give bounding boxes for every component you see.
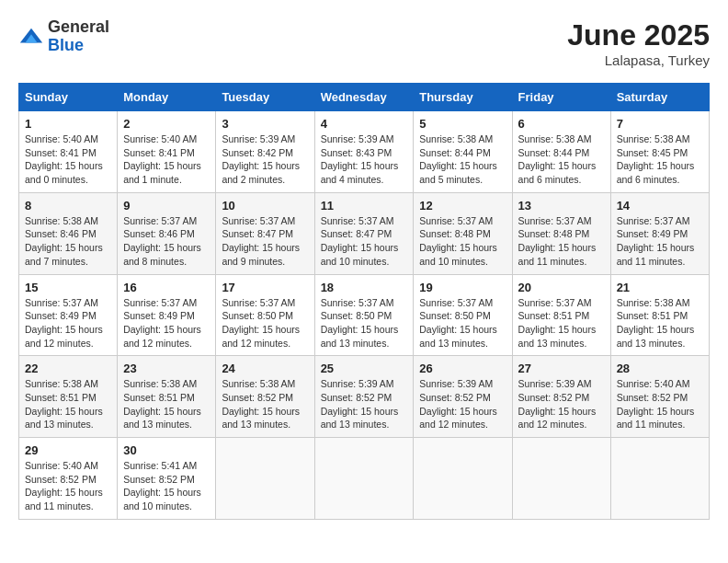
day-info: Sunrise: 5:37 AMSunset: 8:49 PMDaylight:… xyxy=(123,296,210,350)
day-info: Sunrise: 5:38 AMSunset: 8:44 PMDaylight:… xyxy=(518,132,605,187)
calendar-cell: 23 Sunrise: 5:38 AMSunset: 8:51 PMDaylig… xyxy=(118,356,216,438)
calendar-cell: 17 Sunrise: 5:37 AMSunset: 8:50 PMDaylig… xyxy=(216,274,314,356)
day-number: 10 xyxy=(222,199,308,213)
calendar-week-row: 22 Sunrise: 5:38 AMSunset: 8:51 PMDaylig… xyxy=(19,356,710,438)
calendar-cell xyxy=(216,438,314,520)
calendar-week-row: 8 Sunrise: 5:38 AMSunset: 8:46 PMDayligh… xyxy=(19,192,710,274)
day-info: Sunrise: 5:40 AMSunset: 8:41 PMDaylight:… xyxy=(25,132,111,187)
calendar-cell: 9 Sunrise: 5:37 AMSunset: 8:46 PMDayligh… xyxy=(118,192,216,274)
day-number: 8 xyxy=(25,199,111,213)
calendar-week-row: 15 Sunrise: 5:37 AMSunset: 8:49 PMDaylig… xyxy=(19,274,710,356)
day-number: 12 xyxy=(419,199,506,213)
day-number: 3 xyxy=(222,117,308,131)
calendar-cell: 29 Sunrise: 5:40 AMSunset: 8:52 PMDaylig… xyxy=(19,438,118,520)
calendar-week-row: 29 Sunrise: 5:40 AMSunset: 8:52 PMDaylig… xyxy=(19,438,710,520)
day-info: Sunrise: 5:37 AMSunset: 8:46 PMDaylight:… xyxy=(123,214,210,269)
day-number: 4 xyxy=(321,117,408,131)
calendar-cell: 16 Sunrise: 5:37 AMSunset: 8:49 PMDaylig… xyxy=(118,274,216,356)
logo-icon xyxy=(18,24,44,50)
day-number: 24 xyxy=(222,362,308,375)
header-thursday: Thursday xyxy=(414,84,512,111)
calendar-cell xyxy=(414,438,512,520)
header-sunday: Sunday xyxy=(19,84,118,111)
day-number: 2 xyxy=(123,117,210,131)
calendar-cell: 1 Sunrise: 5:40 AMSunset: 8:41 PMDayligh… xyxy=(19,111,118,193)
day-number: 26 xyxy=(419,362,506,375)
day-number: 22 xyxy=(25,362,111,375)
day-number: 18 xyxy=(321,281,408,294)
calendar-cell: 6 Sunrise: 5:38 AMSunset: 8:44 PMDayligh… xyxy=(512,111,610,193)
calendar-cell: 24 Sunrise: 5:38 AMSunset: 8:52 PMDaylig… xyxy=(216,356,314,438)
day-number: 30 xyxy=(123,443,210,457)
day-number: 20 xyxy=(518,281,605,294)
calendar-cell: 22 Sunrise: 5:38 AMSunset: 8:51 PMDaylig… xyxy=(19,356,118,438)
location-subtitle: Lalapasa, Turkey xyxy=(567,52,710,68)
page-header: General Blue June 2025 Lalapasa, Turkey xyxy=(18,18,710,68)
day-info: Sunrise: 5:40 AMSunset: 8:52 PMDaylight:… xyxy=(617,377,703,431)
day-info: Sunrise: 5:38 AMSunset: 8:51 PMDaylight:… xyxy=(617,296,703,350)
header-saturday: Saturday xyxy=(610,84,709,111)
day-number: 13 xyxy=(518,199,605,213)
day-number: 15 xyxy=(25,281,111,294)
calendar-cell: 2 Sunrise: 5:40 AMSunset: 8:41 PMDayligh… xyxy=(118,111,216,193)
calendar-cell: 26 Sunrise: 5:39 AMSunset: 8:52 PMDaylig… xyxy=(414,356,512,438)
day-info: Sunrise: 5:40 AMSunset: 8:52 PMDaylight:… xyxy=(25,459,111,513)
day-info: Sunrise: 5:37 AMSunset: 8:47 PMDaylight:… xyxy=(321,214,408,269)
logo: General Blue xyxy=(18,18,109,55)
day-number: 5 xyxy=(419,117,506,131)
calendar-cell: 28 Sunrise: 5:40 AMSunset: 8:52 PMDaylig… xyxy=(610,356,709,438)
day-info: Sunrise: 5:39 AMSunset: 8:52 PMDaylight:… xyxy=(419,377,506,431)
day-info: Sunrise: 5:39 AMSunset: 8:52 PMDaylight:… xyxy=(518,377,605,431)
day-number: 16 xyxy=(123,281,210,294)
day-number: 21 xyxy=(617,281,703,294)
day-number: 11 xyxy=(321,199,408,213)
day-number: 23 xyxy=(123,362,210,375)
day-info: Sunrise: 5:39 AMSunset: 8:42 PMDaylight:… xyxy=(222,132,308,187)
calendar-cell: 21 Sunrise: 5:38 AMSunset: 8:51 PMDaylig… xyxy=(610,274,709,356)
calendar-week-row: 1 Sunrise: 5:40 AMSunset: 8:41 PMDayligh… xyxy=(19,111,710,193)
calendar-cell: 15 Sunrise: 5:37 AMSunset: 8:49 PMDaylig… xyxy=(19,274,118,356)
calendar-cell xyxy=(610,438,709,520)
day-number: 7 xyxy=(617,117,703,131)
day-info: Sunrise: 5:39 AMSunset: 8:43 PMDaylight:… xyxy=(321,132,408,187)
header-tuesday: Tuesday xyxy=(216,84,314,111)
day-number: 27 xyxy=(518,362,605,375)
calendar-cell xyxy=(512,438,610,520)
calendar-cell: 12 Sunrise: 5:37 AMSunset: 8:48 PMDaylig… xyxy=(414,192,512,274)
day-number: 9 xyxy=(123,199,210,213)
day-info: Sunrise: 5:38 AMSunset: 8:46 PMDaylight:… xyxy=(25,214,111,269)
logo-blue-text: Blue xyxy=(48,36,84,54)
day-info: Sunrise: 5:37 AMSunset: 8:47 PMDaylight:… xyxy=(222,214,308,269)
calendar-header-row: Sunday Monday Tuesday Wednesday Thursday… xyxy=(19,84,710,111)
day-info: Sunrise: 5:38 AMSunset: 8:45 PMDaylight:… xyxy=(617,132,703,187)
calendar-cell: 5 Sunrise: 5:38 AMSunset: 8:44 PMDayligh… xyxy=(414,111,512,193)
calendar-cell: 10 Sunrise: 5:37 AMSunset: 8:47 PMDaylig… xyxy=(216,192,314,274)
day-info: Sunrise: 5:37 AMSunset: 8:48 PMDaylight:… xyxy=(419,214,506,269)
calendar-cell xyxy=(314,438,414,520)
day-info: Sunrise: 5:39 AMSunset: 8:52 PMDaylight:… xyxy=(321,377,408,431)
day-number: 28 xyxy=(617,362,703,375)
day-number: 1 xyxy=(25,117,111,131)
calendar-cell: 27 Sunrise: 5:39 AMSunset: 8:52 PMDaylig… xyxy=(512,356,610,438)
logo-general-text: General xyxy=(48,17,109,36)
day-number: 25 xyxy=(321,362,408,375)
day-info: Sunrise: 5:37 AMSunset: 8:48 PMDaylight:… xyxy=(518,214,605,269)
day-info: Sunrise: 5:38 AMSunset: 8:51 PMDaylight:… xyxy=(123,377,210,431)
day-number: 6 xyxy=(518,117,605,131)
day-info: Sunrise: 5:37 AMSunset: 8:50 PMDaylight:… xyxy=(419,296,506,350)
calendar-cell: 11 Sunrise: 5:37 AMSunset: 8:47 PMDaylig… xyxy=(314,192,414,274)
day-number: 19 xyxy=(419,281,506,294)
day-info: Sunrise: 5:37 AMSunset: 8:49 PMDaylight:… xyxy=(25,296,111,350)
calendar-cell: 3 Sunrise: 5:39 AMSunset: 8:42 PMDayligh… xyxy=(216,111,314,193)
calendar-cell: 4 Sunrise: 5:39 AMSunset: 8:43 PMDayligh… xyxy=(314,111,414,193)
calendar-cell: 7 Sunrise: 5:38 AMSunset: 8:45 PMDayligh… xyxy=(610,111,709,193)
calendar-cell: 20 Sunrise: 5:37 AMSunset: 8:51 PMDaylig… xyxy=(512,274,610,356)
day-number: 17 xyxy=(222,281,308,294)
month-title: June 2025 xyxy=(567,18,710,52)
title-block: June 2025 Lalapasa, Turkey xyxy=(567,18,710,68)
calendar-table: Sunday Monday Tuesday Wednesday Thursday… xyxy=(18,83,710,520)
calendar-cell: 30 Sunrise: 5:41 AMSunset: 8:52 PMDaylig… xyxy=(118,438,216,520)
day-info: Sunrise: 5:37 AMSunset: 8:51 PMDaylight:… xyxy=(518,296,605,350)
day-info: Sunrise: 5:40 AMSunset: 8:41 PMDaylight:… xyxy=(123,132,210,187)
day-info: Sunrise: 5:37 AMSunset: 8:50 PMDaylight:… xyxy=(222,296,308,350)
